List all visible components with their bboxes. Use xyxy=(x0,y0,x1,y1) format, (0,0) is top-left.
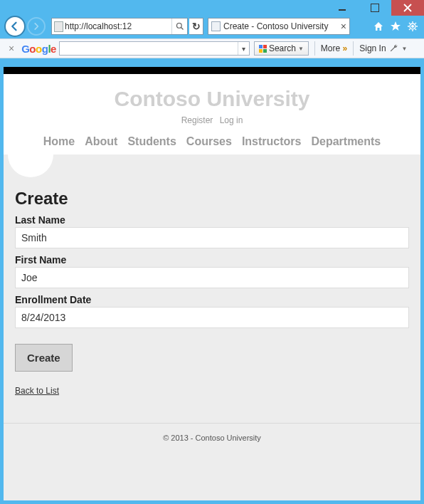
enrollment-date-label: Enrollment Date xyxy=(15,294,409,305)
google-logo[interactable]: Google xyxy=(21,43,56,55)
window-close-button[interactable] xyxy=(391,0,424,16)
address-search-icon[interactable] xyxy=(171,19,187,34)
header-curve xyxy=(8,154,53,177)
browser-tab[interactable]: Create - Contoso University × xyxy=(208,18,350,35)
main-nav: Home About Students Courses Instructors … xyxy=(4,135,420,155)
google-search-button[interactable]: Search ▼ xyxy=(254,41,309,56)
nav-departments[interactable]: Departments xyxy=(311,135,381,148)
nav-instructors[interactable]: Instructors xyxy=(242,135,302,148)
account-links: Register Log in xyxy=(4,115,420,125)
toolbar-separator xyxy=(353,41,354,56)
browser-nav-row: ↻ Create - Contoso University × xyxy=(0,16,424,38)
address-bar xyxy=(51,18,188,35)
nav-about[interactable]: About xyxy=(85,135,117,148)
favorites-icon[interactable] xyxy=(388,19,403,33)
create-button[interactable]: Create xyxy=(15,344,73,372)
chevron-down-icon[interactable]: ▼ xyxy=(402,46,408,52)
first-name-input[interactable] xyxy=(15,267,409,288)
content-area: Create Last Name First Name Enrollment D… xyxy=(4,177,420,409)
toolbar-separator xyxy=(314,41,315,56)
svg-point-0 xyxy=(176,23,181,28)
google-search-input[interactable] xyxy=(60,42,238,55)
nav-home[interactable]: Home xyxy=(43,135,75,148)
enrollment-date-input[interactable] xyxy=(15,307,409,328)
footer-text: © 2013 - Contoso University xyxy=(163,434,261,442)
tab-favicon xyxy=(211,21,221,31)
google-search-button-label: Search xyxy=(269,43,296,53)
tab-title: Create - Contoso University xyxy=(223,21,338,31)
page-heading: Create xyxy=(15,189,409,209)
refresh-button[interactable]: ↻ xyxy=(189,18,203,35)
back-to-list-link[interactable]: Back to List xyxy=(15,386,409,396)
last-name-input[interactable] xyxy=(15,227,409,248)
google-toolbar: × Google ▾ Search ▼ More » Sign In ▼ xyxy=(0,38,424,58)
login-link[interactable]: Log in xyxy=(220,115,243,125)
google-more-button[interactable]: More » xyxy=(321,43,347,53)
page-footer: © 2013 - Contoso University xyxy=(4,409,420,456)
page-icon xyxy=(52,21,65,32)
wrench-icon[interactable] xyxy=(389,43,399,55)
home-icon[interactable] xyxy=(371,19,386,33)
tab-close-icon[interactable]: × xyxy=(341,21,346,32)
page-top-stripe xyxy=(4,67,420,74)
google-squares-icon xyxy=(259,45,267,53)
chevron-down-icon: ▼ xyxy=(298,46,304,52)
first-name-label: First Name xyxy=(15,254,409,266)
nav-courses[interactable]: Courses xyxy=(186,135,232,148)
window-titlebar xyxy=(0,0,424,16)
back-button[interactable] xyxy=(4,16,26,37)
site-title[interactable]: Contoso University xyxy=(4,87,420,111)
last-name-label: Last Name xyxy=(15,214,409,226)
footer-divider xyxy=(4,423,420,424)
address-input[interactable] xyxy=(65,19,171,34)
tools-icon[interactable] xyxy=(406,19,420,33)
page-viewport: Contoso University Register Log in Home … xyxy=(4,67,420,500)
google-search-box: ▾ xyxy=(59,41,250,56)
google-signin-button[interactable]: Sign In xyxy=(359,43,386,53)
nav-students[interactable]: Students xyxy=(127,135,176,148)
page: Contoso University Register Log in Home … xyxy=(4,74,420,456)
window-minimize-button[interactable] xyxy=(326,0,359,16)
google-search-dropdown-icon[interactable]: ▾ xyxy=(238,42,249,55)
toolbar-close-icon[interactable]: × xyxy=(4,43,18,54)
register-link[interactable]: Register xyxy=(181,115,213,125)
site-header: Contoso University Register Log in Home … xyxy=(4,74,420,155)
forward-button[interactable] xyxy=(27,17,46,36)
svg-point-1 xyxy=(411,25,414,28)
window-maximize-button[interactable] xyxy=(359,0,391,16)
